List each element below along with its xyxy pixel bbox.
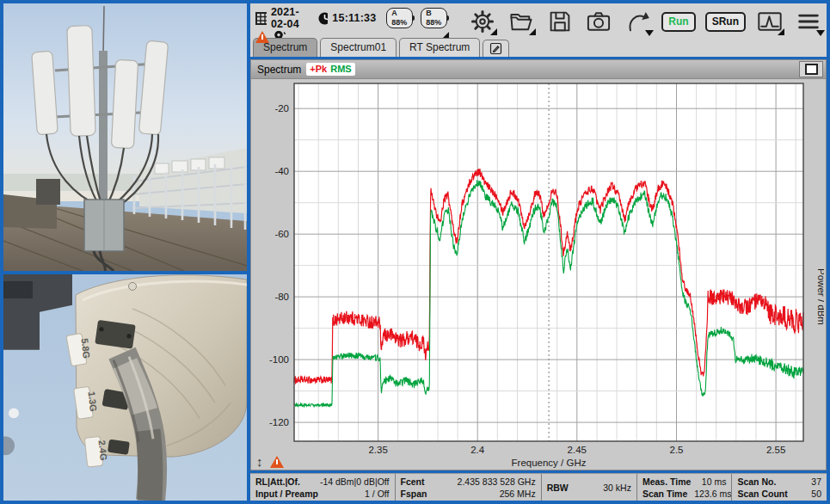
edit-layout-tab[interactable] [483, 40, 509, 57]
status-group-1[interactable]: Fcent2.435 833 528 GHzFspan256 MHz [395, 474, 541, 501]
status-info-block[interactable]: 2021-02-04 15:11:33 A 88% B 88% [254, 5, 449, 38]
analyzer-panel: 2021-02-04 15:11:33 A 88% B 88% [250, 3, 827, 501]
display-view-button[interactable] [755, 8, 784, 35]
svg-text:-20: -20 [274, 103, 289, 114]
svg-text:2.45: 2.45 [568, 445, 587, 455]
warning-icon[interactable] [255, 31, 269, 43]
status-label: Input / Preamp [255, 488, 318, 500]
status-group-3[interactable]: Meas. Time10 msScan Time123.6 ms [636, 474, 732, 501]
trace-badge-pk[interactable]: +Pk [310, 63, 327, 76]
save-floppy-icon [547, 9, 573, 34]
toolbar: 2021-02-04 15:11:33 A 88% B 88% [250, 3, 827, 38]
spectrum-window-titlebar[interactable]: Spectrum +PkRMS [251, 60, 826, 79]
svg-text:Frequency / GHz: Frequency / GHz [512, 458, 587, 468]
spectrum-window: Spectrum +PkRMS 2.352.42.452.52.55-20-40… [250, 59, 827, 470]
svg-text:2.4: 2.4 [470, 445, 485, 455]
photo-column: 5.8G 1.3G 2.4G [3, 3, 247, 501]
rooftop-antenna-photo [3, 3, 247, 271]
trace-badges: +PkRMS [306, 63, 354, 76]
svg-text:2.55: 2.55 [766, 445, 785, 455]
time-text: 15:11:33 [332, 12, 376, 24]
svg-text:-100: -100 [269, 354, 289, 365]
svg-text:-120: -120 [269, 417, 289, 427]
svg-text:2.5: 2.5 [670, 445, 684, 455]
camera-icon [586, 9, 612, 34]
status-value: 37 [811, 476, 821, 488]
date-text: 2021-02-04 [271, 6, 314, 30]
spectrum-plot[interactable]: 2.352.42.452.52.55-20-40-60-80-100-120Fr… [251, 79, 824, 472]
port-label-5-8g: 5.8G [80, 338, 92, 360]
status-group-0[interactable]: RL|Att.|Of.-14 dBm|0 dB|OffInput / Pream… [250, 474, 395, 501]
status-value: 50 [811, 488, 821, 500]
status-group-4[interactable]: Scan No.37Scan Count50 [731, 474, 827, 501]
antenna-ports-photo: 5.8G 1.3G 2.4G [3, 274, 247, 501]
svg-text:Power / dBm: Power / dBm [816, 268, 824, 325]
top-chrome: 2021-02-04 15:11:33 A 88% B 88% [250, 3, 827, 57]
status-label: RBW [547, 482, 569, 494]
port-label-2-4g: 2.4G [97, 439, 109, 461]
rooftop-antenna-illustration [3, 3, 247, 271]
single-run-button[interactable]: SRun [705, 12, 746, 32]
battery-b-indicator: B 88% [421, 8, 449, 28]
toolbar-buttons: Run SRun [449, 5, 823, 38]
maximize-button[interactable] [799, 61, 823, 77]
status-label: Fcent [401, 476, 425, 488]
trace-badge-rms[interactable]: RMS [330, 63, 351, 76]
edit-pencil-icon [489, 42, 502, 55]
calendar-icon [255, 12, 267, 25]
spectrum-plot-area[interactable]: 2.352.42.452.52.55-20-40-60-80-100-120Fr… [251, 79, 826, 470]
status-value: -14 dBm|0 dB|Off [320, 476, 390, 488]
port-label-1-3g: 1.3G [87, 390, 99, 412]
plot-warning-icon[interactable] [270, 456, 284, 468]
status-label: Scan Time [642, 488, 687, 500]
settings-gear-button[interactable] [468, 8, 497, 35]
status-value: 2.435 833 528 GHz [458, 476, 536, 488]
save-button[interactable] [545, 8, 575, 35]
tab-bar: SpectrumSpectrum01RT Spectrum [250, 38, 827, 57]
run-button[interactable]: Run [661, 12, 695, 32]
clock-icon [318, 12, 328, 25]
status-value: 10 ms [702, 476, 727, 488]
status-label: Meas. Time [642, 476, 691, 488]
status-label: Fspan [401, 488, 427, 500]
open-file-button[interactable] [507, 8, 536, 35]
screenshot-button[interactable] [584, 8, 613, 35]
status-label: Scan No. [737, 476, 776, 488]
status-group-2[interactable]: RBW30 kHz [541, 474, 636, 501]
app-frame: 5.8G 1.3G 2.4G 2021-02-04 [3, 3, 827, 501]
redo-button[interactable] [623, 8, 652, 35]
status-label: RL|Att.|Of. [255, 476, 300, 488]
tab-spectrum01[interactable]: Spectrum01 [320, 38, 397, 57]
status-value: 123.6 ms [694, 488, 731, 500]
spectrum-window-title: Spectrum [257, 64, 301, 76]
svg-text:-40: -40 [274, 166, 289, 176]
status-label: Scan Count [737, 488, 787, 500]
autoscale-updown-icon[interactable]: ↕ [256, 456, 263, 468]
tab-rt-spectrum[interactable]: RT Spectrum [399, 38, 480, 57]
status-value: 256 MHz [500, 488, 536, 500]
antenna-ports-illustration: 5.8G 1.3G 2.4G [3, 274, 247, 501]
svg-text:-80: -80 [274, 292, 289, 302]
svg-text:-60: -60 [274, 229, 289, 239]
status-value: 30 kHz [603, 482, 631, 494]
svg-text:2.35: 2.35 [368, 445, 387, 455]
status-value: 1 / Off [365, 488, 389, 500]
battery-a-indicator: A 88% [386, 8, 415, 28]
menu-button[interactable] [794, 8, 823, 35]
status-bar: RL|Att.|Of.-14 dBm|0 dB|OffInput / Pream… [250, 473, 827, 501]
